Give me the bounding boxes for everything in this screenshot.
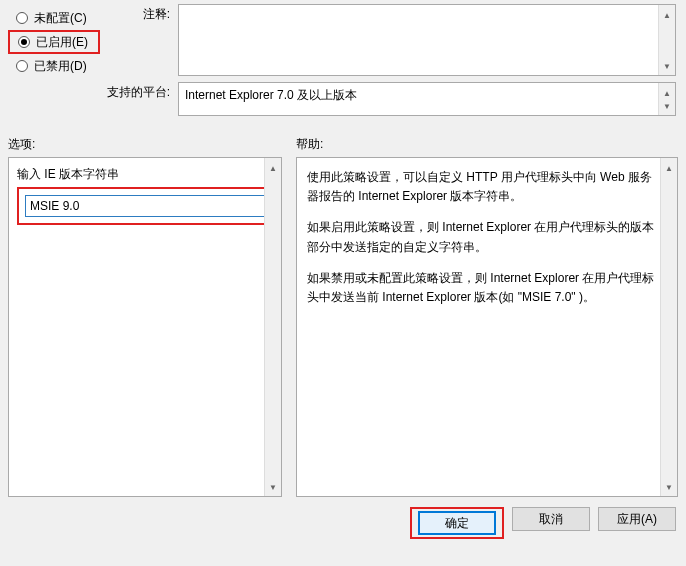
radio-icon [18, 36, 30, 48]
scroll-down-icon[interactable]: ▼ [265, 479, 281, 496]
scroll-down-icon[interactable]: ▼ [659, 58, 675, 75]
radio-label: 未配置(C) [34, 10, 87, 27]
cancel-button[interactable]: 取消 [512, 507, 590, 531]
help-label: 帮助: [296, 136, 678, 153]
scrollbar[interactable]: ▲ ▼ [264, 158, 281, 496]
radio-group: 未配置(C) 已启用(E) 已禁用(D) [8, 4, 100, 122]
help-panel: 使用此策略设置，可以自定义 HTTP 用户代理标头中向 Web 服务器报告的 I… [296, 157, 678, 497]
scrollbar[interactable]: ▲ ▼ [660, 158, 677, 496]
ok-highlight: 确定 [410, 507, 504, 539]
help-paragraph: 使用此策略设置，可以自定义 HTTP 用户代理标头中向 Web 服务器报告的 I… [307, 168, 655, 206]
radio-not-configured[interactable]: 未配置(C) [8, 6, 100, 30]
button-bar: 确定 取消 应用(A) [0, 497, 686, 539]
scroll-up-icon[interactable]: ▲ [661, 158, 677, 175]
radio-label: 已禁用(D) [34, 58, 87, 75]
option-caption: 输入 IE 版本字符串 [9, 158, 281, 185]
scrollbar[interactable]: ▲ ▼ [658, 5, 675, 75]
options-panel: 输入 IE 版本字符串 ▲ ▼ [8, 157, 282, 497]
radio-label: 已启用(E) [36, 34, 88, 51]
scroll-up-icon[interactable]: ▲ [265, 158, 281, 175]
scroll-down-icon[interactable]: ▼ [659, 98, 675, 115]
scroll-up-icon[interactable]: ▲ [659, 5, 675, 22]
ok-button[interactable]: 确定 [418, 511, 496, 535]
option-input-highlight [17, 187, 273, 225]
platform-text: Internet Explorer 7.0 及以上版本 [185, 88, 357, 102]
comment-textarea[interactable]: ▲ ▼ [178, 4, 676, 76]
radio-disabled[interactable]: 已禁用(D) [8, 54, 100, 78]
help-paragraph: 如果启用此策略设置，则 Internet Explorer 在用户代理标头的版本… [307, 218, 655, 256]
help-paragraph: 如果禁用或未配置此策略设置，则 Internet Explorer 在用户代理标… [307, 269, 655, 307]
comment-label: 注释: [100, 4, 178, 23]
platform-label: 支持的平台: [100, 82, 178, 101]
platform-box: Internet Explorer 7.0 及以上版本 ▲ ▼ [178, 82, 676, 116]
radio-icon [16, 60, 28, 72]
apply-button[interactable]: 应用(A) [598, 507, 676, 531]
radio-icon [16, 12, 28, 24]
help-content: 使用此策略设置，可以自定义 HTTP 用户代理标头中向 Web 服务器报告的 I… [297, 158, 677, 329]
radio-enabled[interactable]: 已启用(E) [8, 30, 100, 54]
ie-version-input[interactable] [25, 195, 265, 217]
options-label: 选项: [8, 136, 296, 153]
scrollbar[interactable]: ▲ ▼ [658, 83, 675, 115]
scroll-down-icon[interactable]: ▼ [661, 479, 677, 496]
